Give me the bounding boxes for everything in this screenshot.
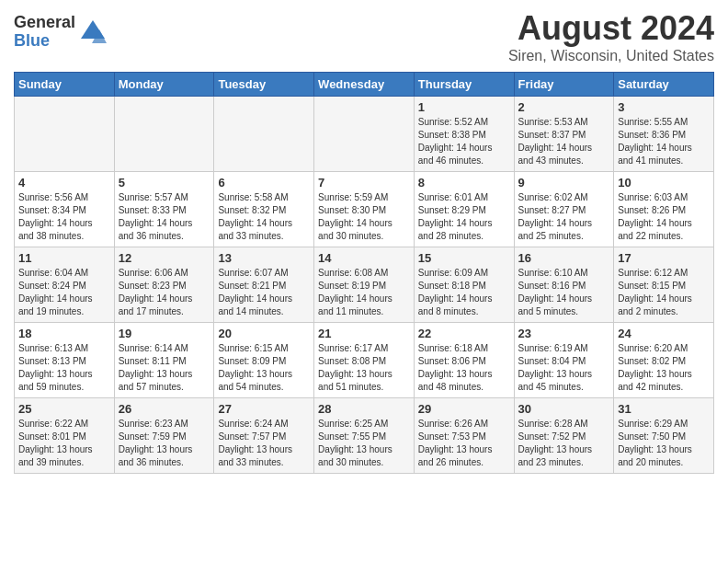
calendar-cell: 15Sunrise: 6:09 AM Sunset: 8:18 PM Dayli… <box>414 247 514 323</box>
day-number: 15 <box>418 251 510 265</box>
calendar-cell: 8Sunrise: 6:01 AM Sunset: 8:29 PM Daylig… <box>414 172 514 247</box>
calendar-cell: 4Sunrise: 5:56 AM Sunset: 8:34 PM Daylig… <box>15 172 115 247</box>
weekday-header-saturday: Saturday <box>614 73 714 97</box>
calendar-cell: 10Sunrise: 6:03 AM Sunset: 8:26 PM Dayli… <box>614 172 714 247</box>
calendar-cell: 7Sunrise: 5:59 AM Sunset: 8:30 PM Daylig… <box>314 172 415 247</box>
weekday-header-friday: Friday <box>514 73 614 97</box>
day-info: Sunrise: 6:12 AM Sunset: 8:15 PM Dayligh… <box>618 267 710 318</box>
day-info: Sunrise: 6:02 AM Sunset: 8:27 PM Dayligh… <box>518 191 610 243</box>
day-info: Sunrise: 6:04 AM Sunset: 8:24 PM Dayligh… <box>18 267 110 318</box>
day-info: Sunrise: 6:17 AM Sunset: 8:08 PM Dayligh… <box>318 342 410 394</box>
day-number: 4 <box>18 176 110 190</box>
day-number: 18 <box>18 327 110 340</box>
day-info: Sunrise: 5:55 AM Sunset: 8:36 PM Dayligh… <box>618 116 710 167</box>
calendar-cell <box>314 97 415 172</box>
day-info: Sunrise: 6:13 AM Sunset: 8:13 PM Dayligh… <box>18 342 110 394</box>
calendar-cell: 21Sunrise: 6:17 AM Sunset: 8:08 PM Dayli… <box>314 323 415 398</box>
calendar-cell: 19Sunrise: 6:14 AM Sunset: 8:11 PM Dayli… <box>114 323 214 398</box>
day-number: 13 <box>218 251 310 265</box>
calendar-cell: 6Sunrise: 5:58 AM Sunset: 8:32 PM Daylig… <box>214 172 314 247</box>
calendar-cell: 14Sunrise: 6:08 AM Sunset: 8:19 PM Dayli… <box>314 247 415 323</box>
logo-icon <box>79 18 107 46</box>
day-info: Sunrise: 6:09 AM Sunset: 8:18 PM Dayligh… <box>418 267 510 318</box>
logo: General Blue <box>14 14 107 51</box>
day-info: Sunrise: 5:56 AM Sunset: 8:34 PM Dayligh… <box>18 191 110 243</box>
day-info: Sunrise: 5:59 AM Sunset: 8:30 PM Dayligh… <box>318 191 410 243</box>
day-info: Sunrise: 6:14 AM Sunset: 8:11 PM Dayligh… <box>119 342 210 394</box>
day-info: Sunrise: 6:07 AM Sunset: 8:21 PM Dayligh… <box>218 267 310 318</box>
location-title: Siren, Wisconsin, United States <box>508 48 714 64</box>
calendar-cell: 31Sunrise: 6:29 AM Sunset: 7:50 PM Dayli… <box>614 398 714 474</box>
day-number: 28 <box>318 402 410 416</box>
calendar-cell: 30Sunrise: 6:28 AM Sunset: 7:52 PM Dayli… <box>514 398 614 474</box>
day-info: Sunrise: 6:29 AM Sunset: 7:50 PM Dayligh… <box>618 418 710 469</box>
day-info: Sunrise: 6:01 AM Sunset: 8:29 PM Dayligh… <box>418 191 510 243</box>
day-info: Sunrise: 5:53 AM Sunset: 8:37 PM Dayligh… <box>518 116 610 167</box>
day-number: 9 <box>518 176 610 190</box>
weekday-header-sunday: Sunday <box>15 73 115 97</box>
weekday-header-row: SundayMondayTuesdayWednesdayThursdayFrid… <box>15 73 714 97</box>
calendar-cell: 23Sunrise: 6:19 AM Sunset: 8:04 PM Dayli… <box>514 323 614 398</box>
day-info: Sunrise: 6:26 AM Sunset: 7:53 PM Dayligh… <box>418 418 510 469</box>
day-info: Sunrise: 5:58 AM Sunset: 8:32 PM Dayligh… <box>218 191 310 243</box>
weekday-header-tuesday: Tuesday <box>214 73 314 97</box>
day-number: 27 <box>218 402 310 416</box>
day-info: Sunrise: 6:24 AM Sunset: 7:57 PM Dayligh… <box>218 418 310 469</box>
calendar-cell: 5Sunrise: 5:57 AM Sunset: 8:33 PM Daylig… <box>114 172 214 247</box>
day-number: 19 <box>119 327 210 340</box>
calendar-cell: 26Sunrise: 6:23 AM Sunset: 7:59 PM Dayli… <box>114 398 214 474</box>
calendar-cell: 16Sunrise: 6:10 AM Sunset: 8:16 PM Dayli… <box>514 247 614 323</box>
day-number: 24 <box>618 327 710 340</box>
day-number: 31 <box>618 402 710 416</box>
header: General Blue August 2024 Siren, Wisconsi… <box>14 9 714 64</box>
weekday-header-wednesday: Wednesday <box>314 73 415 97</box>
day-number: 1 <box>418 100 510 114</box>
day-number: 17 <box>618 251 710 265</box>
day-info: Sunrise: 6:10 AM Sunset: 8:16 PM Dayligh… <box>518 267 610 318</box>
day-info: Sunrise: 6:22 AM Sunset: 8:01 PM Dayligh… <box>18 418 110 469</box>
day-info: Sunrise: 6:23 AM Sunset: 7:59 PM Dayligh… <box>119 418 210 469</box>
calendar-cell: 27Sunrise: 6:24 AM Sunset: 7:57 PM Dayli… <box>214 398 314 474</box>
day-number: 5 <box>119 176 210 190</box>
calendar-week-4: 18Sunrise: 6:13 AM Sunset: 8:13 PM Dayli… <box>15 323 714 398</box>
calendar-week-2: 4Sunrise: 5:56 AM Sunset: 8:34 PM Daylig… <box>15 172 714 247</box>
day-number: 12 <box>119 251 210 265</box>
calendar-cell: 13Sunrise: 6:07 AM Sunset: 8:21 PM Dayli… <box>214 247 314 323</box>
day-number: 7 <box>318 176 410 190</box>
day-number: 23 <box>518 327 610 340</box>
day-number: 30 <box>518 402 610 416</box>
calendar-cell: 9Sunrise: 6:02 AM Sunset: 8:27 PM Daylig… <box>514 172 614 247</box>
day-number: 25 <box>18 402 110 416</box>
day-info: Sunrise: 6:25 AM Sunset: 7:55 PM Dayligh… <box>318 418 410 469</box>
calendar-cell: 20Sunrise: 6:15 AM Sunset: 8:09 PM Dayli… <box>214 323 314 398</box>
calendar-cell <box>114 97 214 172</box>
logo-blue: Blue <box>14 32 75 51</box>
logo-general: General <box>14 14 75 32</box>
calendar-header: SundayMondayTuesdayWednesdayThursdayFrid… <box>15 73 714 97</box>
calendar-cell: 11Sunrise: 6:04 AM Sunset: 8:24 PM Dayli… <box>15 247 115 323</box>
calendar-cell <box>15 97 115 172</box>
day-info: Sunrise: 6:06 AM Sunset: 8:23 PM Dayligh… <box>119 267 210 318</box>
calendar-week-1: 1Sunrise: 5:52 AM Sunset: 8:38 PM Daylig… <box>15 97 714 172</box>
day-info: Sunrise: 5:57 AM Sunset: 8:33 PM Dayligh… <box>119 191 210 243</box>
day-info: Sunrise: 6:08 AM Sunset: 8:19 PM Dayligh… <box>318 267 410 318</box>
title-area: August 2024 Siren, Wisconsin, United Sta… <box>508 9 714 64</box>
day-info: Sunrise: 6:20 AM Sunset: 8:02 PM Dayligh… <box>618 342 710 394</box>
weekday-header-thursday: Thursday <box>414 73 514 97</box>
calendar-cell: 25Sunrise: 6:22 AM Sunset: 8:01 PM Dayli… <box>15 398 115 474</box>
day-info: Sunrise: 6:19 AM Sunset: 8:04 PM Dayligh… <box>518 342 610 394</box>
day-number: 3 <box>618 100 710 114</box>
day-number: 29 <box>418 402 510 416</box>
day-number: 16 <box>518 251 610 265</box>
calendar-cell: 24Sunrise: 6:20 AM Sunset: 8:02 PM Dayli… <box>614 323 714 398</box>
calendar-cell: 12Sunrise: 6:06 AM Sunset: 8:23 PM Dayli… <box>114 247 214 323</box>
calendar-cell: 1Sunrise: 5:52 AM Sunset: 8:38 PM Daylig… <box>414 97 514 172</box>
day-number: 26 <box>119 402 210 416</box>
calendar-cell: 17Sunrise: 6:12 AM Sunset: 8:15 PM Dayli… <box>614 247 714 323</box>
calendar-table: SundayMondayTuesdayWednesdayThursdayFrid… <box>14 72 714 474</box>
day-number: 10 <box>618 176 710 190</box>
month-title: August 2024 <box>508 9 714 48</box>
day-info: Sunrise: 6:15 AM Sunset: 8:09 PM Dayligh… <box>218 342 310 394</box>
day-number: 11 <box>18 251 110 265</box>
calendar-cell: 29Sunrise: 6:26 AM Sunset: 7:53 PM Dayli… <box>414 398 514 474</box>
